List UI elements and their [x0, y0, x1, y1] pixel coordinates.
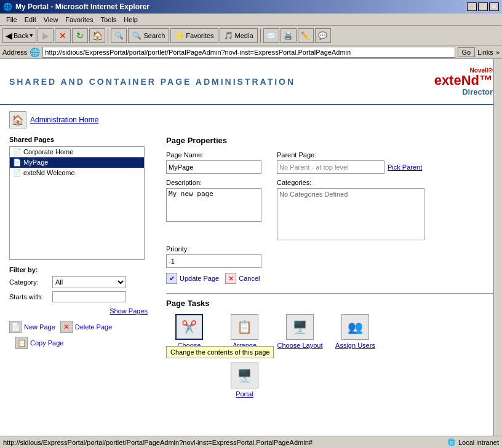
menu-view[interactable]: View [40, 15, 62, 25]
choose-layout-icon: 🖥️ [286, 314, 314, 340]
properties-row1: Page Name: Parent Page: Pick Parent [166, 151, 493, 174]
task-arrange-content[interactable]: 📋 Arrange Content [221, 314, 268, 356]
cancel-icon: ✕ [225, 273, 236, 284]
admin-home-icon: 🏠 [9, 111, 26, 128]
search-icon: 🔍 [132, 31, 141, 40]
show-pages-link[interactable]: Show Pages [9, 307, 148, 315]
cancel-button[interactable]: ✕ Cancel [225, 273, 260, 284]
novell-logo: Novell® exteNd™ Director [434, 67, 493, 96]
page-list-icon-mypage: 📄 [13, 159, 22, 166]
copy-page-icon: 📋 [15, 337, 28, 349]
copy-page-button[interactable]: 📋 Copy Page [15, 337, 157, 349]
menu-favorites[interactable]: Favorites [62, 15, 97, 25]
scrollbar-vertical[interactable] [493, 59, 502, 436]
links-chevron-icon: » [496, 49, 500, 56]
page-body: 🏠 Administration Home Shared Pages 📄 Cor… [0, 105, 502, 436]
refresh-button[interactable]: ↻ [72, 28, 88, 43]
delete-page-button[interactable]: ✕ Delete Page [60, 321, 113, 333]
portal-label[interactable]: Portal [236, 390, 253, 398]
task-assign-users[interactable]: 👥 Assign Users [332, 314, 378, 349]
copy-page-row: 📋 Copy Page [9, 337, 157, 349]
favorites-icon: ⭐ [175, 31, 184, 40]
home-button[interactable]: 🏠 [89, 28, 105, 43]
parent-page-row: Pick Parent [277, 160, 493, 174]
address-input[interactable] [42, 47, 455, 58]
title-bar-left: 🌐 My Portal - Microsoft Internet Explore… [3, 2, 149, 11]
filter-startswith-row: Starts with: [9, 291, 157, 302]
close-button[interactable]: ✕ [489, 2, 499, 11]
delete-page-icon: ✕ [60, 321, 73, 333]
task-choose-content[interactable]: ✂️ Choose Content Change the contents of… [166, 314, 212, 356]
task-row-bottom: 🖥️ Portal [166, 363, 493, 398]
media-button[interactable]: 🎵 Media [220, 28, 258, 43]
pages-list[interactable]: 📄 Corporate Home 📄 MyPage 📄 exteNd Welco… [9, 146, 145, 260]
discuss-button[interactable]: 💬 [315, 28, 331, 43]
choose-content-label[interactable]: Choose Content [166, 342, 212, 356]
page-list-icon-extend: 📄 [13, 169, 22, 176]
filter-startswith-label: Starts with: [9, 293, 49, 301]
parent-page-input[interactable] [277, 160, 384, 174]
pick-parent-link[interactable]: Pick Parent [388, 163, 422, 171]
categories-col: Categories: No Categories Defined [277, 179, 493, 240]
page-list-item-corporate[interactable]: 📄 Corporate Home [10, 147, 144, 157]
admin-home-link[interactable]: 🏠 Administration Home [9, 111, 493, 128]
description-label: Description: [166, 179, 265, 186]
address-label: Address [2, 49, 27, 56]
menu-file[interactable]: File [2, 15, 21, 25]
toolbar-separator-1 [108, 28, 108, 43]
choose-layout-label[interactable]: Choose Layout [277, 342, 323, 349]
page-tasks-title: Page Tasks [166, 293, 493, 308]
print-button[interactable]: 🖨️ [281, 28, 297, 43]
portal-icon: 🖥️ [231, 363, 258, 388]
forward-button[interactable]: ▶ [38, 28, 54, 43]
description-textarea[interactable]: My new page [166, 188, 261, 222]
menu-tools[interactable]: Tools [97, 15, 121, 25]
description-col: Description: My new page [166, 179, 265, 240]
page-name-input[interactable] [166, 160, 261, 174]
back-dropdown-icon: ▾ [30, 31, 33, 39]
update-page-icon: ✔ [166, 273, 177, 284]
tasks-grid: ✂️ Choose Content Change the contents of… [166, 314, 493, 356]
categories-label: Categories: [277, 179, 493, 186]
page-header-title: SHARED AND CONTAINER PAGE ADMINISTRATION [9, 77, 295, 87]
address-bar: Address 🌐 Go Links » [0, 45, 502, 59]
filter-section: Filter by: Category: All Starts with: [9, 266, 157, 302]
task-portal[interactable]: 🖥️ Portal [221, 363, 268, 398]
admin-home-text[interactable]: Administration Home [30, 116, 98, 124]
filter-startswith-input[interactable] [52, 291, 126, 302]
stop-button[interactable]: ✕ [55, 28, 71, 43]
page-tasks-section: Page Tasks ✂️ Choose Content Change the … [166, 293, 493, 398]
assign-users-label[interactable]: Assign Users [335, 342, 375, 349]
filter-by-label: Filter by: [9, 266, 157, 273]
menu-edit[interactable]: Edit [21, 15, 40, 25]
right-panel: Page Properties Page Name: Parent Page: … [166, 136, 493, 398]
search-bg-button[interactable]: 🔍 [111, 28, 127, 43]
go-button[interactable]: Go [458, 47, 476, 57]
window-title: My Portal - Microsoft Internet Explorer [15, 2, 149, 11]
maximize-button[interactable]: □ [478, 2, 488, 11]
new-page-button[interactable]: 📄 New Page [9, 321, 55, 333]
page-list-item-mypage[interactable]: 📄 MyPage [10, 157, 144, 168]
title-bar: 🌐 My Portal - Microsoft Internet Explore… [0, 0, 502, 14]
favorites-button[interactable]: ⭐ Favorites [170, 28, 218, 43]
menu-bar: File Edit View Favorites Tools Help [0, 14, 502, 26]
edit-button[interactable]: ✏️ [298, 28, 314, 43]
task-choose-layout[interactable]: 🖥️ Choose Layout [277, 314, 323, 349]
arrange-content-icon: 📋 [231, 314, 258, 340]
filter-category-select[interactable]: All [52, 276, 126, 288]
back-arrow-icon: ◀ [6, 31, 12, 41]
links-button[interactable]: Links [477, 49, 493, 56]
bottom-buttons: 📄 New Page ✕ Delete Page [9, 321, 157, 333]
arrange-content-label[interactable]: Arrange Content [221, 342, 268, 356]
update-page-button[interactable]: ✔ Update Page [166, 273, 219, 284]
page-name-label: Page Name: [166, 151, 265, 159]
menu-help[interactable]: Help [120, 15, 141, 25]
minimize-button[interactable]: _ [467, 2, 477, 11]
priority-input[interactable] [166, 254, 261, 268]
search-button[interactable]: 🔍 Search [128, 28, 169, 43]
filter-category-row: Category: All [9, 276, 157, 288]
page-list-item-extendwelcome[interactable]: 📄 exteNd Welcome [10, 168, 144, 178]
mail-button[interactable]: ✉️ [263, 28, 279, 43]
choose-content-icon: ✂️ [175, 314, 203, 340]
back-button[interactable]: ◀ Back ▾ [2, 28, 36, 43]
